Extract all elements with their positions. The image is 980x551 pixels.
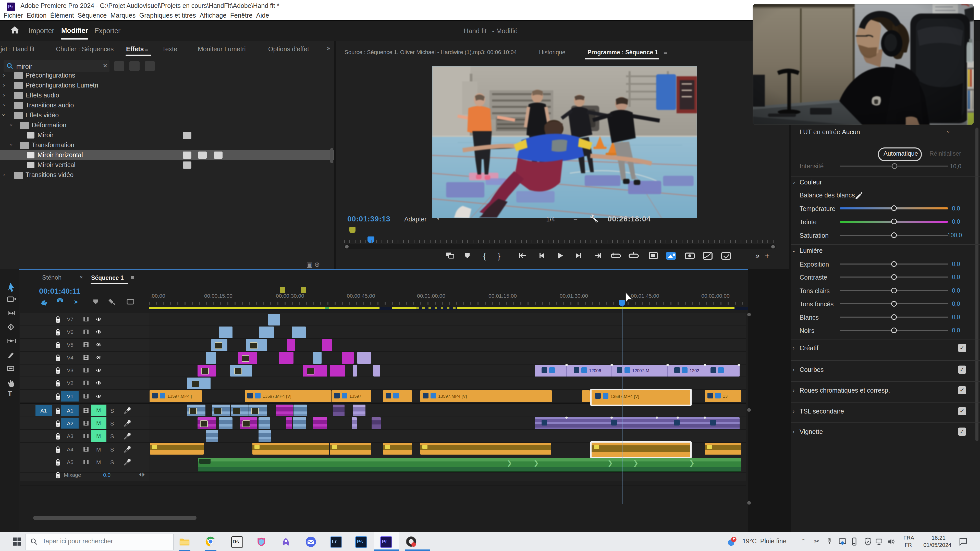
svg-text:T: T xyxy=(8,389,12,397)
svg-text:»: » xyxy=(756,251,760,260)
svg-text:{: { xyxy=(484,251,486,260)
svg-text:+: + xyxy=(765,251,770,260)
svg-text:}: } xyxy=(498,251,501,260)
